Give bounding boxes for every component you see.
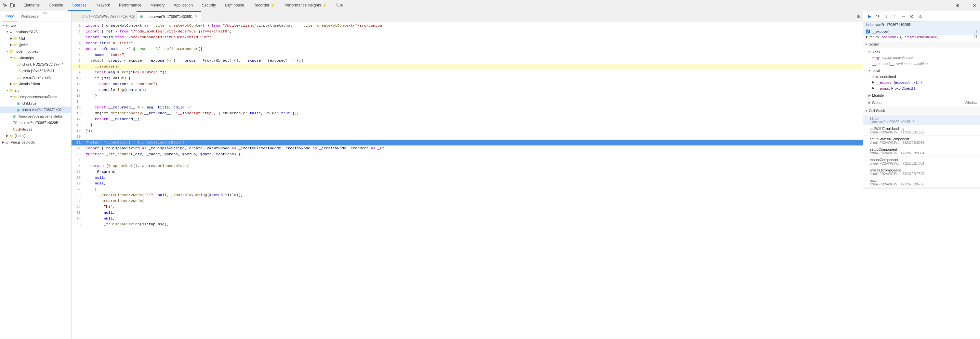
- code-line-13: 13 }: [72, 93, 863, 99]
- tree-vue-js[interactable]: JS vue.js?v=e4cfaaf8: [0, 74, 71, 81]
- callstack-mount-component[interactable]: mountComponent chunk-PD2AWGJV....=732d70…: [863, 157, 980, 167]
- module-scope-header[interactable]: ▶ Module: [863, 92, 980, 99]
- tab-application[interactable]: Application: [169, 0, 197, 11]
- debug-return-line: ▶ return _openBlock(), _createElementBlo…: [863, 35, 980, 41]
- arrow-icon: ▾: [5, 30, 9, 33]
- folder-icon: ⊕: [5, 24, 10, 27]
- tree-src[interactable]: ▾ 📁 src: [0, 87, 71, 93]
- arrow-icon: ▶: [9, 82, 13, 86]
- arrow-icon: ▾: [9, 95, 13, 98]
- step-into-btn[interactable]: ↓: [883, 13, 890, 20]
- code-line-29: 29 [: [72, 186, 863, 192]
- arrow-icon: ▶: [9, 43, 13, 46]
- tab-network[interactable]: Network: [91, 0, 115, 11]
- debug-top-bar: ▶ ↷ ↓ ↑ → ⊘ ⚠: [863, 11, 980, 21]
- ext-icon: ☁: [5, 141, 10, 144]
- callstack-setup-component[interactable]: setupComponent chunk-PD2AWGJV....=732d70…: [863, 146, 980, 157]
- scope-header[interactable]: ▾ Scope: [863, 41, 980, 48]
- code-editor[interactable]: 1 import { createHotContext as __vite__c…: [72, 21, 863, 339]
- settings-icon[interactable]: ⚙: [955, 3, 961, 8]
- file-tabs-bar: JS chunk-PD2AWGJVjs?v=732d702f ▣ index.v…: [72, 11, 863, 21]
- callstack-header[interactable]: ▾ Call Stack: [863, 107, 980, 114]
- code-line-32: 32 "h1",: [72, 204, 863, 210]
- workspace-tab[interactable]: Workspace: [18, 11, 42, 21]
- folder-icon: 📁: [13, 43, 18, 47]
- tree-pinia[interactable]: JS pinia.js?v=307e5f41: [0, 68, 71, 74]
- tab-elements[interactable]: Elements: [19, 0, 44, 11]
- file-tree-sidebar: Page Workspace >> ⋮ ▾ ⊕ top ▾ ☁ localhos…: [0, 11, 72, 339]
- code-line-11: 11 const content = "content";: [72, 81, 863, 87]
- tree-index-vue[interactable]: ▣ index.vue?=1708671402: [0, 106, 71, 113]
- callstack-content: setup index.vue?t=1708671402851:8 callWi…: [863, 114, 980, 189]
- tree-style-css[interactable]: CSS style.css: [0, 126, 71, 133]
- tree-at-vite[interactable]: ▶ 📁 @vite: [0, 41, 71, 48]
- callstack-process-component[interactable]: processComponent chunk-PD2AWGJV....=732d…: [863, 167, 980, 177]
- step-out-btn[interactable]: ↑: [891, 13, 898, 20]
- tab-lighthouse[interactable]: Lighthouse: [220, 0, 249, 11]
- debug-scroll-area[interactable]: index.vue?t=1708671402851 __expose(); 8 …: [863, 21, 980, 339]
- code-line-10: 10 if (msg.value) {: [72, 75, 863, 81]
- block-scope-header[interactable]: ▾ Block: [863, 48, 980, 55]
- vue-file-icon: ▣: [17, 108, 21, 112]
- device-icon[interactable]: [10, 3, 15, 8]
- arrow-icon: ▶: [1, 141, 5, 144]
- callstack-call-with-error[interactable]: callWithErrorHandling chunk-PD2AWGJV....…: [863, 125, 980, 136]
- tree-localhost[interactable]: ▾ ☁ localhost:5173: [0, 29, 71, 35]
- code-line-23: 23 function _sfc_render(_ctx, _cache, $p…: [72, 151, 863, 157]
- step-over-btn[interactable]: ↷: [874, 13, 881, 20]
- code-line-2: 2 import { ref } from "/node_modules/.vi…: [72, 29, 863, 35]
- pause-exceptions-btn[interactable]: ⚠: [916, 13, 924, 20]
- debug-breakpoint-filename: index.vue?t=1708671402851: [863, 21, 980, 28]
- sidebar-menu-icon[interactable]: ⋮: [62, 14, 68, 19]
- tree-main-ts[interactable]: TS main.ts?=1708671402851: [0, 119, 71, 126]
- tree-child-vue[interactable]: ▣ child.vue: [0, 100, 71, 106]
- more-options-icon[interactable]: ⋮: [963, 3, 969, 8]
- inspect-icon[interactable]: [3, 3, 8, 8]
- tab-vue[interactable]: Vue: [332, 0, 348, 11]
- scope-local-props: ▶ __props: Proxy(Object) {}: [863, 86, 980, 92]
- sidebar-more-tabs[interactable]: >>: [42, 11, 49, 21]
- collapse-icon[interactable]: ⊞: [857, 14, 860, 19]
- breakpoint-checkbox[interactable]: [866, 30, 870, 33]
- tree-index[interactable]: ▶ 📁 (index): [0, 133, 71, 139]
- step-btn[interactable]: →: [900, 13, 907, 20]
- tab-performance[interactable]: Performance: [115, 0, 146, 11]
- tab-security[interactable]: Security: [197, 0, 220, 11]
- deactivate-btn[interactable]: ⊘: [908, 13, 915, 20]
- code-line-3: 3 import Child from "/src/components/set…: [72, 35, 863, 40]
- tab-sources[interactable]: Sources: [68, 0, 91, 11]
- tree-at-id[interactable]: ▶ 📁 @id: [0, 35, 71, 41]
- tree-top[interactable]: ▾ ⊕ top: [0, 22, 71, 29]
- tree-chunk-file[interactable]: JS chunk-PD2AWGJVjs?v=7: [0, 61, 71, 68]
- arrow-icon: ▶: [9, 37, 13, 40]
- folder-icon: 📁: [13, 95, 18, 99]
- callstack-patch[interactable]: patch chunk-PD2AWGJV....=732d702f:6786: [863, 177, 980, 188]
- pause-resume-btn[interactable]: ▶: [866, 13, 873, 20]
- tree-app-vue[interactable]: ▣ App.vue?vue&type=style&ir: [0, 113, 71, 119]
- code-line-12: 12 console.log(content);: [72, 87, 863, 93]
- vue-icon: ▣: [140, 14, 144, 18]
- local-scope-header[interactable]: ▾ Local: [863, 67, 980, 74]
- code-line-8: 8 __expose();: [72, 63, 863, 70]
- tab-recorder[interactable]: Recorder ⚡: [249, 0, 280, 11]
- callstack-setup[interactable]: setup index.vue?t=1708671402851:8: [863, 115, 980, 125]
- close-icon[interactable]: ✕: [972, 3, 977, 8]
- tree-vue-devtools[interactable]: ▶ ☁ Vue.js devtools: [0, 139, 71, 146]
- callstack-setup-stateful[interactable]: setupStatefulComponent chunk-PD2AWGJV...…: [863, 136, 980, 146]
- file-tab-close-btn[interactable]: ✕: [195, 14, 198, 19]
- page-tab[interactable]: Page: [3, 11, 18, 21]
- global-scope-header[interactable]: ▶ Global Window: [863, 99, 980, 106]
- editor-panel: JS chunk-PD2AWGJVjs?v=732d702f ▣ index.v…: [72, 11, 863, 339]
- file-tab-index-vue[interactable]: ▣ index.vue?t=1708671402851 ✕: [137, 11, 201, 21]
- tree-node-modules[interactable]: ▾ 📁 node_modules: [0, 48, 71, 55]
- tab-performance-insights[interactable]: Performance insights ⚡: [280, 0, 332, 11]
- file-tab-chunk[interactable]: JS chunk-PD2AWGJVjs?v=732d702f: [72, 11, 137, 21]
- tree-components-setup[interactable]: ▾ 📁 components/setupDemo: [0, 93, 71, 100]
- tree-vite-client[interactable]: ▶ 📁 vite/dist/client: [0, 81, 71, 87]
- tab-console[interactable]: Console: [44, 0, 68, 11]
- breakpoint-row[interactable]: __expose(); 8: [863, 28, 980, 35]
- toolbar-right: ⚙ ⋮ ✕: [955, 3, 977, 8]
- tab-memory[interactable]: Memory: [146, 0, 169, 11]
- js-file-icon: JS: [17, 63, 21, 66]
- tree-vite-deps[interactable]: ▾ 📁 .vite/deps: [0, 55, 71, 61]
